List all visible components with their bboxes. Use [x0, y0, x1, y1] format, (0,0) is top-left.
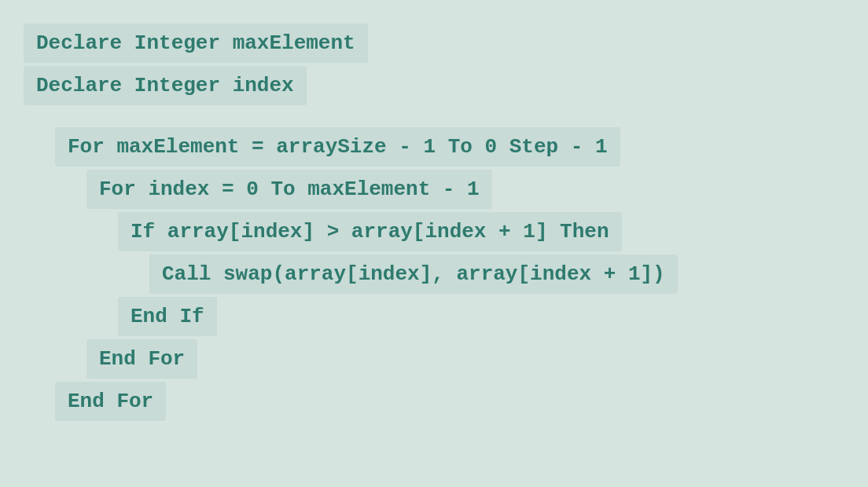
code-line-7: End If: [118, 297, 844, 336]
code-line-8: End For: [86, 339, 844, 379]
code-text-2: Declare Integer index: [24, 66, 307, 105]
code-text-7: End If: [118, 297, 217, 336]
code-line-4: For index = 0 To maxElement - 1: [86, 170, 844, 209]
code-text-3: For maxElement = arraySize - 1 To 0 Step…: [55, 127, 620, 167]
code-line-3: For maxElement = arraySize - 1 To 0 Step…: [55, 127, 844, 167]
code-text-1: Declare Integer maxElement: [24, 24, 368, 63]
code-line-2: Declare Integer index: [24, 66, 844, 105]
code-text-6: Call swap(array[index], array[index + 1]…: [149, 254, 678, 294]
code-text-8: End For: [86, 339, 197, 379]
code-line-6: Call swap(array[index], array[index + 1]…: [149, 254, 844, 294]
code-container: Declare Integer maxElement Declare Integ…: [24, 24, 844, 424]
spacer: [24, 108, 844, 127]
code-text-4: For index = 0 To maxElement - 1: [86, 170, 492, 209]
code-text-5: If array[index] > array[index + 1] Then: [118, 212, 622, 251]
code-text-9: End For: [55, 382, 166, 421]
code-line-5: If array[index] > array[index + 1] Then: [118, 212, 844, 251]
code-line-9: End For: [55, 382, 844, 421]
code-line-1: Declare Integer maxElement: [24, 24, 844, 63]
